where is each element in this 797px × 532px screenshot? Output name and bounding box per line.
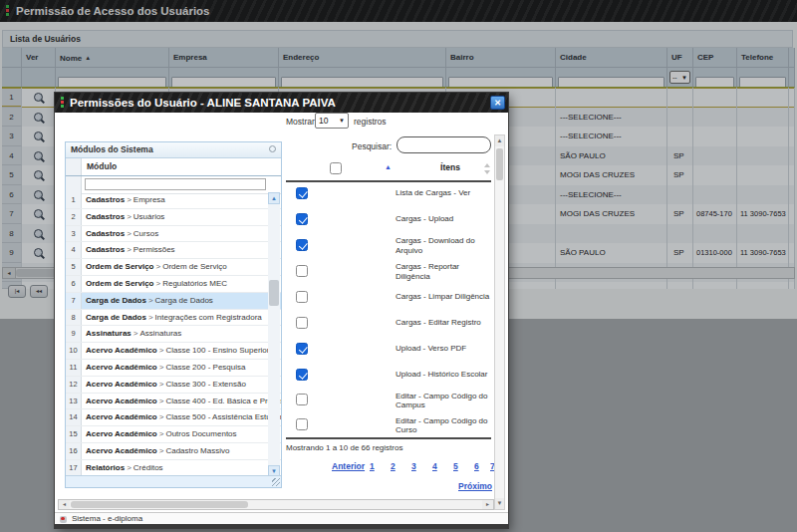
permissions-modal: Permissões do Usuário - ALINE SANTANA PA… [55,93,508,528]
close-icon: ✕ [494,98,501,108]
sort-both-icon[interactable] [483,163,490,174]
module-row[interactable]: 8Carga de Dados>Integrações com Registra… [66,310,281,327]
modules-panel-footer [66,475,281,487]
permission-checkbox[interactable] [296,317,308,329]
permission-checkbox[interactable] [296,239,308,251]
permission-checkbox[interactable] [296,343,308,355]
module-row[interactable]: 16Acervo Acadêmico>Cadastro Massivo [66,443,281,460]
registros-label: registros [354,117,387,127]
search-label: Pesquisar: [352,141,392,151]
scroll-right-icon[interactable]: ▸ [482,500,493,509]
pagination-page-6[interactable]: 6 [474,461,479,471]
permission-checkbox[interactable] [296,265,308,277]
select-all-checkbox[interactable] [330,162,342,174]
records-summary: Mostrando 1 a 10 de 66 registros [286,443,402,452]
scroll-down-icon[interactable]: ▼ [495,498,504,509]
permission-checkbox[interactable] [296,291,308,303]
scroll-up-icon[interactable]: ▲ [268,192,280,204]
permission-row: Cargas - Upload [286,206,491,232]
permission-row: Lista de Cargas - Ver [286,180,491,206]
permission-checkbox[interactable] [296,369,308,381]
module-row[interactable]: 6Ordem de Serviço>Regulatórios MEC [66,276,281,293]
scroll-left-icon[interactable]: ◂ [59,500,70,509]
module-list-scrollbar[interactable]: ▲ ▼ [268,192,280,477]
scroll-up-icon[interactable]: ▲ [495,135,504,146]
modal-bottom-edge [55,524,508,528]
resize-handle-icon[interactable] [272,478,280,486]
permission-checkbox[interactable] [296,213,308,225]
search-input[interactable] [397,136,491,153]
module-row[interactable]: 3Cadastros>Cursos [66,226,281,243]
screen: Permissão de Acesso dos Usuários Lista d… [0,0,797,532]
module-list: 1Cadastros>Empresa 2Cadastros>Usuários 3… [66,192,281,477]
modules-panel-header: Módulos do Sistema [66,142,281,158]
permission-checkbox[interactable] [296,187,308,199]
permission-row: Cargas - Editar Registro [286,310,491,336]
close-button[interactable]: ✕ [490,96,505,110]
permission-row: Cargas - Reportar Diligência [286,258,491,284]
pagination-page-4[interactable]: 4 [432,461,437,471]
module-row[interactable]: 15Acervo Acadêmico>Outros Documentos [66,426,281,443]
pagination-page-3[interactable]: 3 [411,461,416,471]
permission-row: Upload - Verso PDF [286,336,491,362]
permission-row: Editar - Campo Código do Campus [286,388,491,412]
module-row-selected[interactable]: 7Carga de Dados>Carga de Dados [66,293,281,310]
show-entries-select[interactable]: 10 ▼ [315,113,349,129]
show-entries-label: Mostrar [286,117,315,127]
chevron-down-icon: ▼ [339,118,345,124]
module-row[interactable]: 4Cadastros>Permissões [66,242,281,259]
permission-checkbox[interactable] [296,418,308,430]
module-row[interactable]: 1Cadastros>Empresa [66,192,281,209]
permission-row: Cargas - Download do Arquivo [286,232,491,258]
modal-title: Permissões do Usuário - ALINE SANTANA PA… [70,97,336,109]
modal-hscrollbar[interactable]: ◂ ▸ [58,499,494,510]
items-table-header: ▲ Ítens [286,158,491,182]
pagination-previous[interactable]: Anterior [332,461,365,471]
module-row[interactable]: 2Cadastros>Usuários [66,209,281,226]
pagination-page-5[interactable]: 5 [453,461,458,471]
pagination-page-2[interactable]: 2 [391,461,396,471]
module-column-header[interactable]: Módulo [66,158,281,176]
panel-collapse-icon[interactable] [269,145,276,152]
module-scroll-thumb[interactable] [269,280,279,306]
module-row[interactable]: 10Acervo Acadêmico>Classe 100 - Ensino S… [66,343,281,360]
permission-row: Upload - Histórico Escolar [286,362,491,388]
permission-row: Cargas - Limpar Diligência [286,284,491,310]
vscroll-thumb[interactable] [496,148,503,180]
modal-titlebar[interactable]: Permissões do Usuário - ALINE SANTANA PA… [55,93,508,113]
sort-asc-icon[interactable]: ▲ [385,163,392,170]
permission-checkbox[interactable] [296,394,308,405]
module-row[interactable]: 12Acervo Acadêmico>Classe 300 - Extensão [66,377,281,394]
pagination-next[interactable]: Próximo [458,481,492,491]
module-row[interactable]: 9Assinaturas>Assinaturas [66,326,281,343]
module-row[interactable]: 11Acervo Acadêmico>Classe 200 - Pesquisa [66,360,281,377]
pagination-page-1[interactable]: 1 [370,461,375,471]
module-filter-input[interactable] [85,178,266,190]
system-icon [60,516,67,523]
permissions-list: Lista de Cargas - Ver Cargas - Upload Ca… [286,180,491,439]
modal-handle-icon [61,97,64,108]
hscroll-thumb[interactable] [71,501,248,508]
module-row[interactable]: 14Acervo Acadêmico>Classe 500 - Assistên… [66,409,281,426]
permission-row: Editar - Campo Código do Curso [286,412,491,437]
modal-vscrollbar[interactable]: ▲ ▼ [494,134,505,510]
items-column-header[interactable]: Ítens [415,162,485,172]
module-row[interactable]: 13Acervo Acadêmico>Classe 400 - Ed. Bási… [66,394,281,410]
status-text: Sistema - e-diploma [72,514,142,523]
modules-panel: Módulos do Sistema Módulo 1Cadastros>Emp… [65,141,282,488]
module-row[interactable]: 5Ordem de Serviço>Ordem de Serviço [66,259,281,276]
